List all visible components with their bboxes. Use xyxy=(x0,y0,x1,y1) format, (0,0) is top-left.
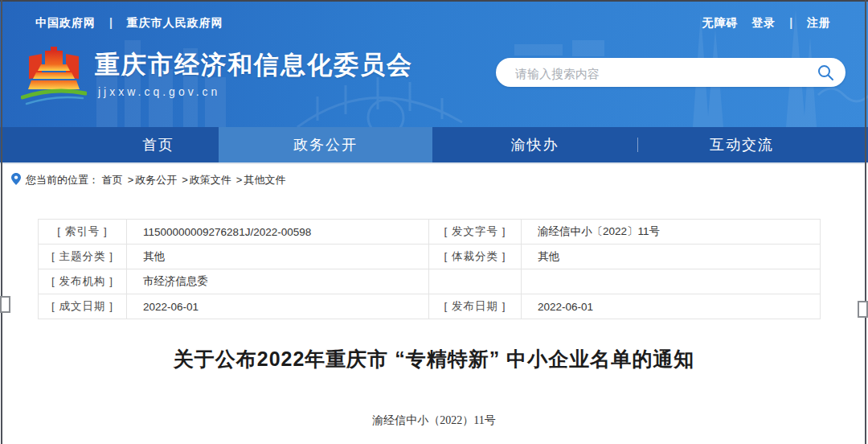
doc-label-written-date: [ 成文日期 ] xyxy=(39,294,127,319)
nav-tab-home[interactable]: 首页 xyxy=(104,127,212,162)
crop-handle-left xyxy=(0,296,10,313)
nav-tab-interaction[interactable]: 互动交流 xyxy=(637,127,846,162)
nav-tab-gov-affairs[interactable]: 政务公开 xyxy=(219,127,432,162)
site-title: 重庆市经济和信息化委员会 xyxy=(95,48,413,82)
doc-value-publish-date: 2022-06-01 xyxy=(522,294,821,319)
nav-separator xyxy=(637,138,638,152)
article-doc-number: 渝经信中小（2022）11号 xyxy=(0,413,868,428)
crop-handle-right xyxy=(858,301,868,318)
doc-label-topic: [ 主题分类 ] xyxy=(39,245,127,269)
table-row-index: [ 索引号 ] 11500000009276281J/2022-00598 [ … xyxy=(39,220,821,245)
crop-edge-left xyxy=(1,0,2,444)
login-link[interactable]: 登录 xyxy=(751,16,776,29)
breadcrumb-prefix: 您当前的位置： xyxy=(26,174,99,186)
accessibility-link[interactable]: 无障碍 xyxy=(702,16,738,29)
doc-value-publisher: 市经济信息委 xyxy=(127,269,429,294)
breadcrumb-gov-affairs[interactable]: 政务公开 xyxy=(135,174,177,186)
doc-value-genre: 其他 xyxy=(522,245,821,269)
gov-portal-links: 中国政府网 | 重庆市人民政府网 xyxy=(31,16,228,31)
doc-label-empty xyxy=(429,269,522,294)
link-chongqing-gov[interactable]: 重庆市人民政府网 xyxy=(127,16,223,29)
article-title: 关于公布2022年重庆市 “专精特新” 中小企业名单的通知 xyxy=(0,346,868,372)
doc-label-symbol: [ 发文字号 ] xyxy=(429,220,522,245)
breadcrumb-separator: > xyxy=(182,174,188,186)
breadcrumb: 您当前的位置： 首页>政务公开>政策文件>其他文件 xyxy=(11,171,285,190)
gov-website-page: 中国政府网 | 重庆市人民政府网 无障碍 登录 | 注册 xyxy=(0,0,868,444)
table-row-dates: [ 成文日期 ] 2022-06-01 [ 发布日期 ] 2022-06-01 xyxy=(39,294,821,319)
breadcrumb-separator: > xyxy=(236,174,243,186)
window-top-edge xyxy=(0,0,868,2)
doc-value-empty xyxy=(522,269,821,294)
doc-label-publish-date: [ 发布日期 ] xyxy=(429,294,522,319)
location-pin-icon xyxy=(11,173,21,185)
link-china-gov[interactable]: 中国政府网 xyxy=(35,16,96,29)
site-header: 中国政府网 | 重庆市人民政府网 无障碍 登录 | 注册 xyxy=(0,0,868,127)
breadcrumb-home[interactable]: 首页 xyxy=(102,174,123,186)
user-links: 无障碍 登录 | 注册 xyxy=(697,16,836,31)
doc-label-publisher: [ 发布机构 ] xyxy=(39,269,127,294)
doc-value-symbol: 渝经信中小〔2022〕11号 xyxy=(522,220,821,245)
breadcrumb-policy-files[interactable]: 政策文件 xyxy=(190,174,231,186)
great-hall-logo-icon xyxy=(21,47,87,114)
doc-info-table: [ 索引号 ] 11500000009276281J/2022-00598 [ … xyxy=(38,219,821,319)
search-box xyxy=(496,58,845,87)
table-row-category: [ 主题分类 ] 其他 [ 体裁分类 ] 其他 xyxy=(39,245,821,269)
doc-value-topic: 其他 xyxy=(127,245,429,269)
topbar-separator: | xyxy=(789,16,793,29)
crop-edge-right xyxy=(865,0,866,444)
breadcrumb-separator: > xyxy=(128,174,134,186)
search-input[interactable] xyxy=(514,58,806,88)
doc-value-index: 11500000009276281J/2022-00598 xyxy=(127,220,429,245)
site-logo[interactable]: 重庆市经济和信息化委员会 jjxxw.cq.gov.cn xyxy=(21,45,471,119)
register-link[interactable]: 注册 xyxy=(807,16,831,29)
site-url: jjxxw.cq.gov.cn xyxy=(98,85,220,98)
main-nav: 首页 政务公开 渝快办 互动交流 xyxy=(0,127,868,164)
table-row-publisher: [ 发布机构 ] 市经济信息委 xyxy=(39,269,821,294)
doc-label-index: [ 索引号 ] xyxy=(39,220,127,245)
doc-value-written-date: 2022-06-01 xyxy=(127,294,429,319)
search-button[interactable] xyxy=(817,64,834,81)
doc-label-genre: [ 体裁分类 ] xyxy=(429,245,522,269)
topbar-separator: | xyxy=(109,16,113,29)
magnifier-icon xyxy=(817,64,834,81)
breadcrumb-other-files[interactable]: 其他文件 xyxy=(244,174,285,186)
nav-tab-yukuaiban[interactable]: 渝快办 xyxy=(432,127,637,162)
